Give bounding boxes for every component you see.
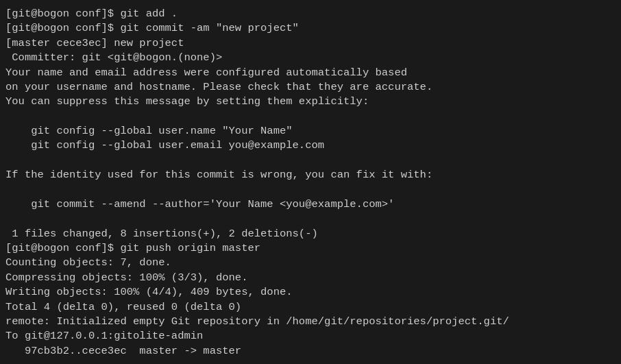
terminal-line <box>5 110 616 124</box>
terminal-line: [git@bogon conf]$ git commit -am "new pr… <box>5 21 616 36</box>
terminal-line: Writing objects: 100% (4/4), 409 bytes, … <box>5 285 616 300</box>
terminal-line: git config --global user.email you@examp… <box>5 138 616 153</box>
terminal-line: 1 files changed, 8 insertions(+), 2 dele… <box>5 227 616 241</box>
terminal-line: 97cb3b2..cece3ec master -> master <box>5 344 616 359</box>
terminal-line <box>5 212 616 226</box>
terminal-window: [git@bogon conf]$ git add .[git@bogon co… <box>0 0 621 364</box>
terminal-line: Your name and email address were configu… <box>5 66 616 80</box>
terminal-line: Committer: git <git@bogon.(none)> <box>5 51 616 65</box>
terminal-line: git commit --amend --author='Your Name <… <box>5 197 616 212</box>
terminal-line: Compressing objects: 100% (3/3), done. <box>5 271 616 285</box>
terminal-line <box>5 154 616 168</box>
terminal-line: To git@127.0.0.1:gitolite-admin <box>5 329 616 343</box>
terminal-line: remote: Initialized empty Git repository… <box>5 315 616 329</box>
terminal-line: If the identity used for this commit is … <box>5 168 616 182</box>
terminal-line: [git@bogon conf]$ git push origin master <box>5 241 616 256</box>
terminal-line: [git@bogon conf]$ git add . <box>5 7 616 21</box>
terminal-line <box>5 183 616 197</box>
terminal-line: Counting objects: 7, done. <box>5 256 616 270</box>
terminal-line: on your username and hostname. Please ch… <box>5 80 616 95</box>
terminal-line: [master cece3ec] new project <box>5 36 616 51</box>
terminal-line: You can suppress this message by setting… <box>5 95 616 109</box>
terminal-line: Total 4 (delta 0), reused 0 (delta 0) <box>5 300 616 315</box>
terminal-line: git config --global user.name "Your Name… <box>5 124 616 138</box>
